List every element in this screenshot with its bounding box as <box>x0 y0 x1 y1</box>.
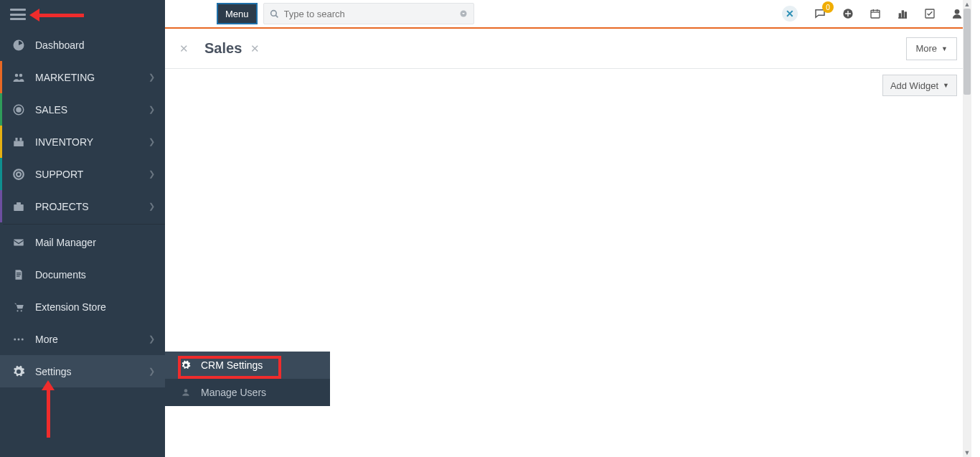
scrollbar[interactable]: ▲ ▼ <box>963 0 971 457</box>
scroll-down-icon[interactable]: ▼ <box>963 448 971 457</box>
sidebar-item-mail-manager[interactable]: Mail Manager <box>0 226 165 258</box>
chevron-right-icon: ❯ <box>149 105 155 114</box>
gear-icon <box>181 360 194 370</box>
sidebar-item-label: More <box>35 334 58 345</box>
chevron-right-icon: ❯ <box>149 202 155 211</box>
sidebar-item-marketing[interactable]: MARKETING ❯ <box>0 61 165 93</box>
search-dropdown-icon[interactable] <box>459 9 468 18</box>
sidebar-item-projects[interactable]: PROJECTS ❯ <box>0 190 165 222</box>
svg-line-23 <box>275 15 278 17</box>
svg-rect-14 <box>17 274 21 275</box>
sidebar-item-documents[interactable]: Documents <box>0 258 165 291</box>
svg-rect-5 <box>14 141 24 146</box>
users-icon <box>12 71 28 84</box>
sidebar-item-support[interactable]: SUPPORT ❯ <box>0 158 165 190</box>
svg-rect-32 <box>902 11 903 18</box>
svg-point-21 <box>184 389 188 392</box>
user-icon <box>181 387 194 397</box>
sidebar-item-inventory[interactable]: INVENTORY ❯ <box>0 126 165 158</box>
add-widget-label: Add Widget <box>890 80 938 91</box>
svg-point-1 <box>15 73 19 77</box>
svg-rect-7 <box>20 138 22 141</box>
chevron-right-icon: ❯ <box>149 137 155 146</box>
svg-rect-13 <box>17 273 21 273</box>
svg-point-4 <box>17 108 21 112</box>
brand-logo[interactable]: ✕ <box>782 6 798 22</box>
search-input[interactable] <box>264 4 473 24</box>
svg-rect-11 <box>17 202 21 204</box>
svg-rect-10 <box>14 204 24 211</box>
add-widget-button[interactable]: Add Widget ▼ <box>882 75 957 96</box>
topbar: Menu ✕ 0 <box>165 0 971 29</box>
logo-icon: ✕ <box>782 6 798 22</box>
close-icon[interactable]: ✕ <box>250 42 260 55</box>
svg-point-22 <box>270 10 276 16</box>
sidebar-item-label: Extension Store <box>35 301 106 313</box>
tab-row: ✕ Sales ✕ More ▼ <box>165 29 971 69</box>
search-box <box>263 3 474 24</box>
more-button[interactable]: More ▼ <box>906 37 957 60</box>
settings-submenu: CRM Settings Manage Users <box>165 352 330 406</box>
sidebar: Dashboard MARKETING ❯ SALES ❯ INVENTORY … <box>0 0 165 457</box>
search-icon <box>270 9 279 19</box>
lifebuoy-icon <box>12 168 28 181</box>
svg-rect-12 <box>14 239 24 245</box>
target-icon <box>12 103 28 116</box>
sidebar-item-label: INVENTORY <box>35 136 93 148</box>
submenu-item-manage-users[interactable]: Manage Users <box>165 379 330 406</box>
divider <box>3 224 165 225</box>
svg-rect-31 <box>899 14 900 18</box>
reports-icon[interactable] <box>897 8 908 19</box>
close-icon[interactable]: ✕ <box>179 42 189 55</box>
chat-icon[interactable]: 0 <box>814 7 826 20</box>
svg-rect-26 <box>871 10 880 18</box>
svg-point-35 <box>955 9 960 14</box>
briefcase-icon <box>12 200 28 213</box>
submenu-item-label: Manage Users <box>201 387 266 398</box>
chevron-right-icon: ❯ <box>149 367 155 376</box>
document-icon <box>12 268 28 281</box>
sidebar-item-sales[interactable]: SALES ❯ <box>0 93 165 126</box>
caret-down-icon: ▼ <box>941 45 948 52</box>
svg-rect-15 <box>17 275 20 276</box>
submenu-item-label: CRM Settings <box>201 359 263 371</box>
submenu-item-crm-settings[interactable]: CRM Settings <box>165 352 330 379</box>
svg-point-2 <box>19 73 23 77</box>
hamburger-icon[interactable] <box>10 9 26 20</box>
sidebar-item-dashboard[interactable]: Dashboard <box>0 29 165 61</box>
menu-button[interactable]: Menu <box>217 3 258 24</box>
more-icon <box>12 333 28 346</box>
sidebar-item-label: Documents <box>35 269 86 281</box>
page-toolbar: Add Widget ▼ <box>165 69 971 102</box>
dashboard-icon <box>12 39 28 52</box>
sidebar-item-label: Dashboard <box>35 39 85 51</box>
gear-icon <box>12 365 28 378</box>
sidebar-item-label: PROJECTS <box>35 201 89 212</box>
svg-point-16 <box>17 310 18 311</box>
mail-icon <box>12 236 28 249</box>
sidebar-item-extension-store[interactable]: Extension Store <box>0 291 165 323</box>
sidebar-item-more[interactable]: More ❯ <box>0 323 165 355</box>
tab-sales[interactable]: Sales <box>204 40 242 57</box>
notification-badge: 0 <box>822 1 834 13</box>
chevron-right-icon: ❯ <box>149 72 155 82</box>
sidebar-item-label: SUPPORT <box>35 169 83 180</box>
tasks-icon[interactable] <box>924 8 936 19</box>
caret-down-icon: ▼ <box>943 82 949 89</box>
cart-icon <box>12 301 28 314</box>
scroll-thumb[interactable] <box>963 9 971 95</box>
sidebar-item-label: Mail Manager <box>35 237 96 248</box>
app-root: Dashboard MARKETING ❯ SALES ❯ INVENTORY … <box>0 0 971 457</box>
svg-point-17 <box>21 310 22 311</box>
svg-point-8 <box>14 169 24 179</box>
svg-point-9 <box>17 172 21 176</box>
chevron-right-icon: ❯ <box>149 169 155 179</box>
calendar-icon[interactable] <box>870 8 881 19</box>
user-menu-icon[interactable] <box>951 8 963 19</box>
svg-rect-33 <box>905 12 906 18</box>
scroll-up-icon[interactable]: ▲ <box>963 0 971 9</box>
sidebar-item-settings[interactable]: Settings ❯ <box>0 355 165 387</box>
svg-point-20 <box>22 338 24 340</box>
sidebar-item-label: SALES <box>35 104 67 116</box>
add-icon[interactable] <box>842 8 854 19</box>
